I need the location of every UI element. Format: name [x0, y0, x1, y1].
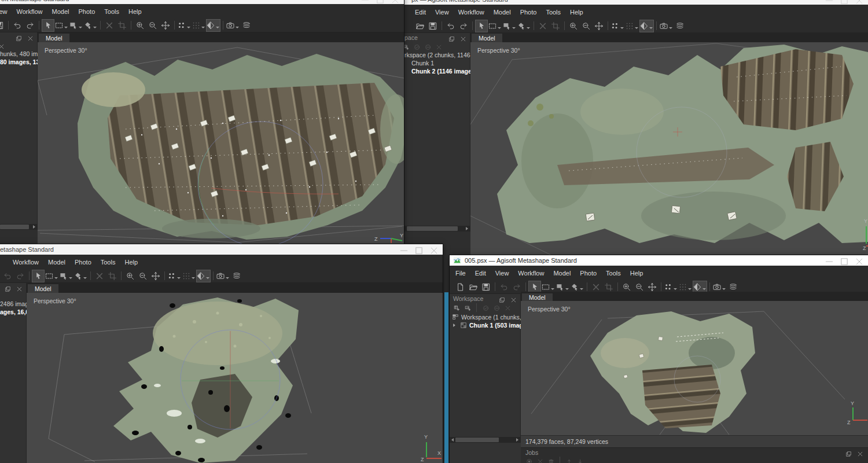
- camera-icon[interactable]: [659, 20, 674, 32]
- menu-edit[interactable]: Edit: [410, 5, 431, 19]
- zoomout-icon[interactable]: [146, 19, 159, 32]
- open-icon[interactable]: [467, 281, 480, 293]
- dropdown-caret-icon[interactable]: [187, 27, 190, 28]
- window-controls[interactable]: [822, 255, 867, 266]
- camera-icon[interactable]: [216, 270, 230, 282]
- cursor-icon[interactable]: [42, 19, 54, 32]
- dropdown-caret-icon[interactable]: [93, 27, 97, 28]
- dropdown-caret-icon[interactable]: [580, 288, 583, 290]
- dropdown-caret-icon[interactable]: [527, 27, 530, 29]
- dropdown-caret-icon[interactable]: [620, 27, 624, 29]
- dense-icon[interactable]: [625, 20, 639, 32]
- model-render[interactable]: Y Z X: [27, 293, 443, 463]
- points-icon[interactable]: [167, 270, 182, 282]
- undo-icon[interactable]: [11, 19, 24, 32]
- dropdown-caret-icon[interactable]: [201, 27, 205, 28]
- up-icon[interactable]: [564, 457, 573, 463]
- layers-icon[interactable]: [674, 20, 686, 32]
- modelsel-icon[interactable]: [517, 20, 531, 32]
- minus-icon[interactable]: [492, 303, 501, 313]
- expander-icon[interactable]: [451, 322, 458, 329]
- jobs-toolbar[interactable]: [524, 457, 584, 463]
- layers-icon[interactable]: [230, 270, 243, 282]
- menu-photo[interactable]: Photo: [70, 255, 96, 269]
- undo-icon[interactable]: [1, 270, 14, 282]
- undo-icon[interactable]: [498, 281, 510, 293]
- panel-window-icons[interactable]: [3, 284, 24, 293]
- panel-window-icons[interactable]: [447, 34, 468, 43]
- crop-icon[interactable]: [106, 270, 119, 282]
- close-icon[interactable]: [855, 449, 865, 458]
- modelsel-icon[interactable]: [73, 270, 88, 282]
- dropdown-caret-icon[interactable]: [83, 277, 87, 279]
- zoomin-icon[interactable]: [124, 270, 137, 282]
- menu-model[interactable]: Model: [549, 266, 575, 280]
- undo-icon[interactable]: [444, 20, 457, 32]
- modelsel-icon[interactable]: [83, 19, 98, 32]
- menu-workflow[interactable]: Workflow: [513, 266, 549, 280]
- menu-tools[interactable]: Tools: [100, 4, 124, 19]
- menu-tools[interactable]: Tools: [541, 5, 565, 19]
- zoomin-icon[interactable]: [134, 19, 146, 32]
- dropdown-caret-icon[interactable]: [674, 288, 677, 290]
- dropdown-caret-icon[interactable]: [192, 277, 195, 279]
- minus-icon[interactable]: [423, 42, 432, 52]
- close-icon[interactable]: [458, 34, 468, 43]
- open-icon[interactable]: [414, 20, 426, 32]
- dropdown-caret-icon[interactable]: [551, 288, 554, 290]
- check-icon[interactable]: [412, 42, 421, 52]
- jobs-window-icons[interactable]: [844, 449, 865, 458]
- camera-icon[interactable]: [226, 19, 240, 32]
- rect-icon[interactable]: [45, 270, 59, 282]
- stop-icon[interactable]: [524, 457, 534, 463]
- model-render[interactable]: Y Z: [521, 301, 868, 435]
- cursor-icon[interactable]: [475, 20, 488, 32]
- menu-edit[interactable]: Edit: [470, 266, 491, 280]
- save-icon[interactable]: [0, 19, 6, 32]
- dropdown-caret-icon[interactable]: [722, 288, 726, 290]
- dropdown-caret-icon[interactable]: [236, 27, 239, 28]
- menu-tools[interactable]: Tools: [601, 266, 626, 280]
- crop-icon[interactable]: [116, 19, 128, 32]
- dropdown-caret-icon[interactable]: [498, 27, 501, 29]
- dropdown-caret-icon[interactable]: [688, 288, 692, 290]
- shaded-icon[interactable]: [639, 20, 654, 32]
- dropdown-caret-icon[interactable]: [216, 27, 219, 28]
- dense-icon[interactable]: [192, 19, 206, 32]
- menu-help[interactable]: Help: [124, 4, 146, 19]
- menu-photo[interactable]: Photo: [74, 4, 100, 19]
- model-viewport[interactable]: Perspective 30°: [27, 293, 443, 463]
- photosel-icon[interactable]: [59, 270, 73, 282]
- panel-hscrollbar[interactable]: [0, 224, 37, 230]
- move-icon[interactable]: [159, 19, 172, 32]
- down-icon[interactable]: [575, 457, 584, 463]
- model-viewport[interactable]: Perspective 30°: [38, 42, 404, 244]
- photosel-icon[interactable]: [69, 19, 83, 32]
- float-icon[interactable]: [14, 34, 23, 43]
- model-render[interactable]: Z Y: [38, 42, 404, 244]
- trash-icon[interactable]: [546, 457, 556, 463]
- float-icon[interactable]: [844, 449, 853, 458]
- panel-window-icons[interactable]: [14, 34, 35, 43]
- scroll-thumb[interactable]: [0, 225, 29, 229]
- menu-model[interactable]: Model: [43, 255, 70, 269]
- delete-icon[interactable]: [93, 270, 106, 282]
- scroll-right-arrow[interactable]: [466, 227, 468, 230]
- model-viewport[interactable]: Perspective 30°: [521, 301, 868, 435]
- panel-toolbar[interactable]: [0, 42, 6, 51]
- menu-iew[interactable]: iew: [0, 4, 12, 19]
- menu-help[interactable]: Help: [626, 266, 648, 280]
- menu-view[interactable]: View: [431, 5, 454, 19]
- titlebar[interactable]: oft Metashape Standard: [0, 0, 404, 4]
- titlebar[interactable]: px — Agisoft Metashape Standard: [396, 0, 868, 5]
- dropdown-caret-icon[interactable]: [635, 27, 638, 29]
- dropdown-caret-icon[interactable]: [64, 27, 68, 28]
- dropdown-caret-icon[interactable]: [79, 27, 82, 28]
- addchunk-icon[interactable]: [452, 303, 461, 313]
- scroll-right-arrow[interactable]: [516, 438, 518, 442]
- redo-icon[interactable]: [14, 270, 27, 282]
- scroll-thumb[interactable]: [455, 438, 499, 442]
- scroll-thumb[interactable]: [407, 226, 458, 231]
- menu-help[interactable]: Help: [120, 255, 142, 269]
- shaded-icon[interactable]: [206, 19, 220, 32]
